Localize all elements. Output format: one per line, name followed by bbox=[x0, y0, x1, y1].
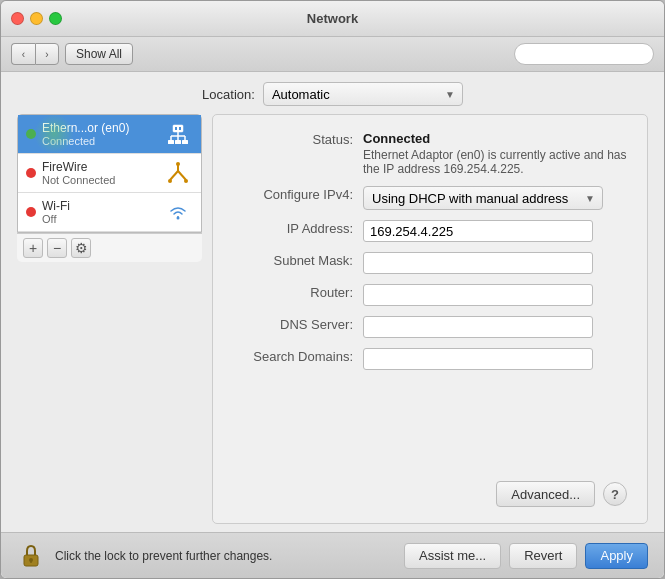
search-domains-input[interactable] bbox=[363, 348, 593, 370]
svg-rect-8 bbox=[168, 140, 174, 144]
network-list-container: Ethern...or (en0) Connected bbox=[17, 114, 202, 524]
back-button[interactable]: ‹ bbox=[11, 43, 35, 65]
help-button[interactable]: ? bbox=[603, 482, 627, 506]
ethernet-status-dot bbox=[26, 129, 36, 139]
window-title: Network bbox=[307, 11, 358, 26]
wifi-status-dot bbox=[26, 207, 36, 217]
apply-button[interactable]: Apply bbox=[585, 543, 648, 569]
network-list-footer: + − ⚙ bbox=[17, 233, 202, 262]
network-item-firewire[interactable]: FireWire Not Connected bbox=[18, 154, 201, 193]
ethernet-status: Connected bbox=[42, 135, 157, 147]
revert-button[interactable]: Revert bbox=[509, 543, 577, 569]
wifi-name: Wi-Fi bbox=[42, 199, 157, 213]
toolbar: ‹ › Show All 🔍 bbox=[1, 37, 664, 72]
svg-rect-1 bbox=[175, 127, 177, 130]
svg-rect-2 bbox=[179, 127, 181, 130]
main-window: Network ‹ › Show All 🔍 Location: Automat… bbox=[0, 0, 665, 579]
bottom-right-buttons: Assist me... Revert Apply bbox=[404, 543, 648, 569]
svg-point-16 bbox=[184, 179, 188, 183]
firewire-status-dot bbox=[26, 168, 36, 178]
network-gear-button[interactable]: ⚙ bbox=[71, 238, 91, 258]
status-value-block: Connected Ethernet Adaptor (en0) is curr… bbox=[363, 131, 627, 176]
settings-panel: Status: Connected Ethernet Adaptor (en0)… bbox=[212, 114, 648, 524]
show-all-button[interactable]: Show All bbox=[65, 43, 133, 65]
forward-button[interactable]: › bbox=[35, 43, 59, 65]
bottom-bar: Click the lock to prevent further change… bbox=[1, 532, 664, 578]
status-value: Connected bbox=[363, 131, 627, 146]
subnet-input[interactable] bbox=[363, 252, 593, 274]
firewire-name: FireWire bbox=[42, 160, 157, 174]
dns-input[interactable] bbox=[363, 316, 593, 338]
router-row: Router: bbox=[233, 284, 627, 306]
status-row: Status: Connected Ethernet Adaptor (en0)… bbox=[233, 131, 627, 176]
remove-network-button[interactable]: − bbox=[47, 238, 67, 258]
minimize-button[interactable] bbox=[30, 12, 43, 25]
location-row: Location: Automatic Edit Locations... ▼ bbox=[1, 72, 664, 114]
content: Location: Automatic Edit Locations... ▼ bbox=[1, 72, 664, 532]
status-description: Ethernet Adaptor (en0) is currently acti… bbox=[363, 148, 627, 176]
svg-point-14 bbox=[176, 162, 180, 166]
settings-spacer bbox=[233, 380, 627, 473]
configure-row: Configure IPv4: Using DHCP with manual a… bbox=[233, 186, 627, 210]
ip-row: IP Address: bbox=[233, 220, 627, 242]
firewire-icon bbox=[163, 161, 193, 185]
svg-rect-0 bbox=[173, 125, 183, 132]
close-button[interactable] bbox=[11, 12, 24, 25]
svg-rect-10 bbox=[182, 140, 188, 144]
router-label: Router: bbox=[233, 284, 363, 300]
network-item-ethernet[interactable]: Ethern...or (en0) Connected bbox=[18, 115, 201, 154]
dns-label: DNS Server: bbox=[233, 316, 363, 332]
search-domains-label: Search Domains: bbox=[233, 348, 363, 364]
ip-label: IP Address: bbox=[233, 220, 363, 236]
svg-line-12 bbox=[170, 171, 178, 180]
ip-input[interactable] bbox=[363, 220, 593, 242]
ethernet-icon bbox=[163, 122, 193, 146]
maximize-button[interactable] bbox=[49, 12, 62, 25]
titlebar: Network bbox=[1, 1, 664, 37]
ethernet-info: Ethern...or (en0) Connected bbox=[42, 121, 157, 147]
svg-point-17 bbox=[177, 217, 180, 220]
location-select[interactable]: Automatic Edit Locations... bbox=[263, 82, 463, 106]
lock-text: Click the lock to prevent further change… bbox=[55, 549, 272, 563]
wifi-status: Off bbox=[42, 213, 157, 225]
lock-icon[interactable] bbox=[17, 542, 45, 570]
configure-select[interactable]: Using DHCP with manual address Using DHC… bbox=[363, 186, 603, 210]
settings-bottom: Advanced... ? bbox=[233, 481, 627, 507]
wifi-icon bbox=[163, 200, 193, 224]
advanced-button[interactable]: Advanced... bbox=[496, 481, 595, 507]
location-label: Location: bbox=[202, 87, 255, 102]
ethernet-name: Ethern...or (en0) bbox=[42, 121, 157, 135]
subnet-label: Subnet Mask: bbox=[233, 252, 363, 268]
svg-line-13 bbox=[178, 171, 186, 180]
main-panels: Ethern...or (en0) Connected bbox=[1, 114, 664, 532]
configure-label: Configure IPv4: bbox=[233, 186, 363, 202]
location-select-wrapper: Automatic Edit Locations... ▼ bbox=[263, 82, 463, 106]
firewire-info: FireWire Not Connected bbox=[42, 160, 157, 186]
search-domains-row: Search Domains: bbox=[233, 348, 627, 370]
firewire-status: Not Connected bbox=[42, 174, 157, 186]
status-label: Status: bbox=[233, 131, 363, 147]
dns-row: DNS Server: bbox=[233, 316, 627, 338]
svg-rect-9 bbox=[175, 140, 181, 144]
wifi-info: Wi-Fi Off bbox=[42, 199, 157, 225]
traffic-lights bbox=[11, 12, 62, 25]
subnet-row: Subnet Mask: bbox=[233, 252, 627, 274]
assist-button[interactable]: Assist me... bbox=[404, 543, 501, 569]
add-network-button[interactable]: + bbox=[23, 238, 43, 258]
svg-point-15 bbox=[168, 179, 172, 183]
network-item-wifi[interactable]: Wi-Fi Off bbox=[18, 193, 201, 232]
configure-select-wrapper: Using DHCP with manual address Using DHC… bbox=[363, 186, 603, 210]
search-input[interactable] bbox=[514, 43, 654, 65]
router-input[interactable] bbox=[363, 284, 593, 306]
search-wrapper: 🔍 bbox=[514, 43, 654, 65]
network-list: Ethern...or (en0) Connected bbox=[17, 114, 202, 233]
